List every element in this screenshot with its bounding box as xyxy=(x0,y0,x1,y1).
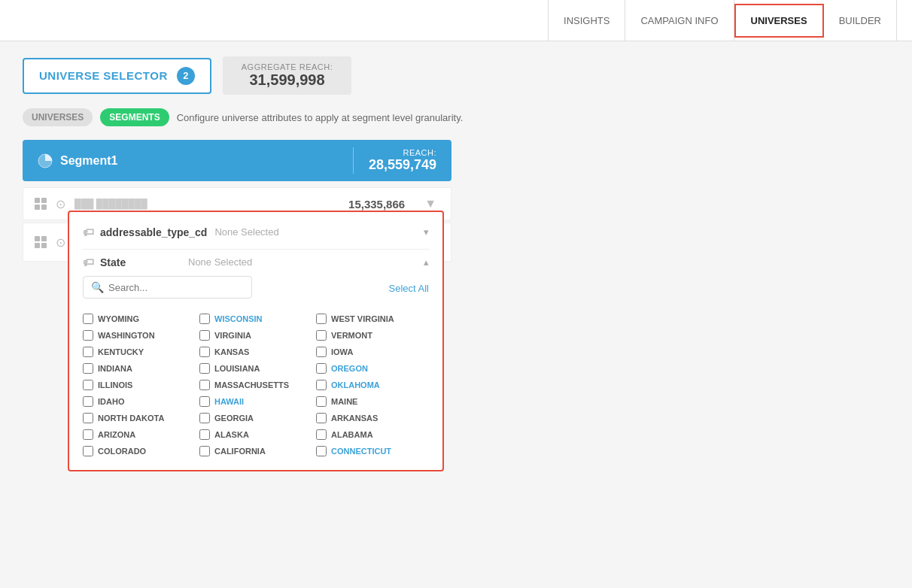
state-checkbox-item[interactable]: ARKANSAS xyxy=(316,413,429,423)
state-checkbox[interactable] xyxy=(316,396,327,407)
state-name: ILLINOIS xyxy=(98,380,132,389)
state-checkbox-item[interactable]: CALIFORNIA xyxy=(199,446,312,456)
state-checkbox-item[interactable]: ALABAMA xyxy=(316,429,429,440)
search-icon: 🔍 xyxy=(91,281,104,293)
state-name: MAINE xyxy=(331,397,357,406)
state-checkbox[interactable] xyxy=(83,330,93,341)
nav-item-builder[interactable]: BUILDER xyxy=(824,0,897,41)
state-checkbox[interactable] xyxy=(199,363,210,374)
state-checkbox-item[interactable]: COLORADO xyxy=(83,446,196,456)
state-checkbox-item[interactable]: GEORGIA xyxy=(199,413,312,423)
state-checkbox-item[interactable]: ILLINOIS xyxy=(83,380,196,390)
aggregate-reach-box: AGGREGATE REACH: 31,599,998 xyxy=(223,56,351,95)
state-checkbox[interactable] xyxy=(316,380,327,390)
state-checkbox[interactable] xyxy=(199,429,210,440)
state-checkbox-item[interactable]: OREGON xyxy=(316,363,429,374)
state-checkbox[interactable] xyxy=(316,330,327,341)
state-checkbox[interactable] xyxy=(83,429,93,440)
state-checkbox-item[interactable]: VIRGINIA xyxy=(199,330,312,341)
target-icon-2: ⊙ xyxy=(56,235,65,250)
state-name: IOWA xyxy=(331,347,353,356)
state-name: ARIZONA xyxy=(98,430,135,439)
state-name: MASSACHUSETTS xyxy=(214,380,289,389)
state-checkbox[interactable] xyxy=(316,314,327,324)
state-search-bar[interactable]: 🔍 xyxy=(83,276,252,299)
addressable-type-select[interactable]: None Selected ▾ xyxy=(214,226,429,238)
state-checkbox[interactable] xyxy=(316,413,327,423)
row-count-1: 15,335,866 xyxy=(348,198,405,211)
addressable-type-filter-row: 🏷 addressable_type_cd None Selected ▾ xyxy=(83,226,429,238)
aggregate-reach-value: 31,599,998 xyxy=(242,71,333,89)
state-name: WASHINGTON xyxy=(98,331,155,340)
state-checkbox-item[interactable]: WASHINGTON xyxy=(83,330,196,341)
state-checkbox-item[interactable]: KENTUCKY xyxy=(83,347,196,357)
nav-item-universes[interactable]: UNIVERSES xyxy=(734,4,824,38)
state-checkbox-item[interactable]: WYOMING xyxy=(83,314,196,324)
state-checkbox-item[interactable]: VERMONT xyxy=(316,330,429,341)
select-all-button[interactable]: Select All xyxy=(389,283,429,294)
search-select-row: 🔍 Select All xyxy=(83,276,429,308)
state-checkbox-item[interactable]: MAINE xyxy=(316,396,429,407)
state-checkbox[interactable] xyxy=(83,396,93,407)
state-checkbox-item[interactable]: NORTH DAKOTA xyxy=(83,413,196,423)
filter-icon-1[interactable]: ▼ xyxy=(421,195,439,212)
state-checkbox-item[interactable]: IDAHO xyxy=(83,396,196,407)
state-name: HAWAII xyxy=(214,397,244,406)
state-label: 🏷 State xyxy=(83,256,181,268)
state-name: VIRGINIA xyxy=(214,331,251,340)
nav-item-insights[interactable]: INSIGHTS xyxy=(548,0,625,41)
state-checkbox-item[interactable]: ARIZONA xyxy=(83,429,196,440)
state-checkbox-item[interactable]: LOUISIANA xyxy=(199,363,312,374)
grid-icon-2 xyxy=(35,236,47,248)
state-checkbox[interactable] xyxy=(83,363,93,374)
state-checkbox-item[interactable]: IOWA xyxy=(316,347,429,357)
states-grid: WYOMINGWISCONSINWEST VIRGINIAWASHINGTONV… xyxy=(83,314,429,456)
state-checkbox[interactable] xyxy=(199,380,210,390)
state-checkbox-item[interactable]: INDIANA xyxy=(83,363,196,374)
state-name: GEORGIA xyxy=(214,414,254,423)
state-checkbox-item[interactable]: KANSAS xyxy=(199,347,312,357)
state-checkbox[interactable] xyxy=(316,446,327,456)
state-checkbox[interactable] xyxy=(199,347,210,357)
aggregate-reach-label: AGGREGATE REACH: xyxy=(242,62,333,71)
state-name: ARKANSAS xyxy=(331,414,378,423)
state-checkbox[interactable] xyxy=(83,446,93,456)
state-checkbox-item[interactable]: ALASKA xyxy=(199,429,312,440)
top-navigation: INSIGHTS CAMPAIGN INFO UNIVERSES BUILDER xyxy=(0,0,912,41)
state-checkbox-item[interactable]: WEST VIRGINIA xyxy=(316,314,429,324)
state-name: CALIFORNIA xyxy=(214,447,266,456)
state-name: WEST VIRGINIA xyxy=(331,314,394,323)
segment-row: Segment1 REACH: 28,559,749 xyxy=(23,140,451,181)
tag-icon-1: 🏷 xyxy=(83,226,94,238)
nav-item-campaign-info[interactable]: CAMPAIGN INFO xyxy=(625,0,734,41)
state-checkbox[interactable] xyxy=(316,363,327,374)
state-checkbox[interactable] xyxy=(199,314,210,324)
state-checkbox[interactable] xyxy=(83,413,93,423)
state-name: NORTH DAKOTA xyxy=(98,414,164,423)
header-row: UNIVERSE SELECTOR 2 AGGREGATE REACH: 31,… xyxy=(23,56,889,95)
segment-pie-icon xyxy=(38,153,53,168)
state-checkbox[interactable] xyxy=(199,413,210,423)
state-name: CONNECTICUT xyxy=(331,447,391,456)
state-select-info[interactable]: None Selected ▴ xyxy=(188,256,429,268)
state-checkbox[interactable] xyxy=(199,446,210,456)
state-checkbox[interactable] xyxy=(83,347,93,357)
state-search-input[interactable] xyxy=(108,282,244,293)
state-checkbox-item[interactable]: OKLAHOMA xyxy=(316,380,429,390)
state-checkbox-item[interactable]: MASSACHUSETTS xyxy=(199,380,312,390)
segments-toggle[interactable]: SEGMENTS xyxy=(100,108,169,126)
state-checkbox[interactable] xyxy=(316,429,327,440)
state-checkbox[interactable] xyxy=(83,314,93,324)
state-checkbox-item[interactable]: HAWAII xyxy=(199,396,312,407)
state-checkbox[interactable] xyxy=(316,347,327,357)
state-checkbox[interactable] xyxy=(199,396,210,407)
state-name: ALABAMA xyxy=(331,430,373,439)
universes-toggle[interactable]: UNIVERSES xyxy=(23,108,93,126)
state-checkbox[interactable] xyxy=(199,330,210,341)
row-text-1: ███ ████████ xyxy=(74,199,339,209)
universe-selector-button[interactable]: UNIVERSE SELECTOR 2 xyxy=(23,58,211,94)
state-name: KENTUCKY xyxy=(98,347,144,356)
state-checkbox-item[interactable]: WISCONSIN xyxy=(199,314,312,324)
state-checkbox[interactable] xyxy=(83,380,93,390)
state-checkbox-item[interactable]: CONNECTICUT xyxy=(316,446,429,456)
